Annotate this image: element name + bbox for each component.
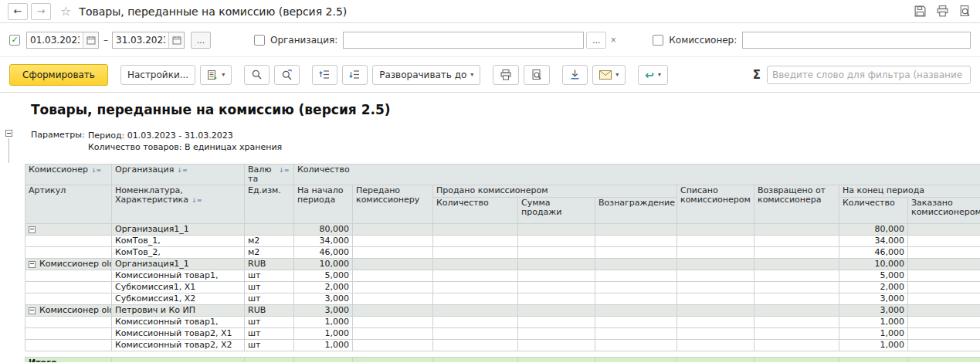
- save-button[interactable]: [912, 4, 927, 19]
- cell-end[interactable]: 1,000: [839, 317, 908, 328]
- cell-end[interactable]: 2,000: [839, 282, 908, 293]
- cell-transferred[interactable]: [353, 293, 433, 305]
- cell-unit[interactable]: шт: [245, 317, 294, 328]
- cell-returned[interactable]: [754, 236, 839, 247]
- cell-end[interactable]: 1,000: [839, 328, 908, 340]
- cell-sold_qty[interactable]: [433, 317, 518, 328]
- collapse-groups-button[interactable]: [312, 65, 337, 85]
- cell-end_ordered[interactable]: [908, 247, 980, 259]
- col-header-sold-fee[interactable]: Вознаграждение: [595, 198, 677, 224]
- col-header-sold-qty[interactable]: Количество: [433, 198, 518, 224]
- cell-komissioner[interactable]: [25, 224, 112, 236]
- cell-writeoff[interactable]: [677, 247, 754, 259]
- cell-sold_fee[interactable]: [595, 293, 677, 305]
- cell-sold_fee[interactable]: [595, 317, 677, 328]
- col-header-artikul[interactable]: Артикул: [25, 185, 112, 224]
- cell-unit[interactable]: RUB: [245, 259, 294, 270]
- cell-sold_sum[interactable]: [518, 340, 595, 351]
- print-title-button[interactable]: [934, 4, 950, 19]
- date-to-calendar-button[interactable]: [168, 32, 184, 48]
- settings-button[interactable]: Настройки...: [120, 65, 195, 85]
- cell-sold_sum[interactable]: [518, 224, 595, 236]
- cell-sold_fee[interactable]: [595, 328, 677, 340]
- cell-sold_fee[interactable]: [595, 236, 677, 247]
- cell-transferred[interactable]: [353, 305, 433, 317]
- date-from-calendar-button[interactable]: [83, 32, 98, 48]
- cell-returned[interactable]: [754, 247, 839, 259]
- cell-name[interactable]: Комиссионный товар2, Х2: [112, 340, 245, 351]
- cell-returned[interactable]: [754, 270, 839, 282]
- cell-sold_qty[interactable]: [433, 224, 518, 236]
- cell-name[interactable]: Субкомиссия1, Х2: [112, 293, 245, 305]
- cell-sold_sum[interactable]: [518, 259, 595, 270]
- cell-komissioner[interactable]: [25, 328, 112, 340]
- cell-returned[interactable]: [754, 293, 839, 305]
- cell-sold_qty[interactable]: [433, 236, 518, 247]
- favorite-star-icon[interactable]: ☆: [60, 4, 71, 19]
- cell-sold_qty[interactable]: [433, 305, 518, 317]
- col-header-end-qty[interactable]: Количество: [839, 198, 908, 224]
- cell-end_ordered[interactable]: [908, 317, 980, 328]
- cell-sold_qty[interactable]: [433, 340, 518, 351]
- cell-sold_sum[interactable]: [518, 282, 595, 293]
- cell-begin[interactable]: 34,000: [294, 236, 353, 247]
- cell-sold_qty[interactable]: [433, 270, 518, 282]
- cell-end[interactable]: 10,000: [839, 259, 908, 270]
- cell-komissioner[interactable]: Комиссионер old: [25, 305, 112, 317]
- col-header-begin[interactable]: На начало периода: [294, 185, 353, 224]
- cell-end[interactable]: 5,000: [839, 270, 908, 282]
- cell-transferred[interactable]: [353, 259, 433, 270]
- cell-writeoff[interactable]: [677, 259, 754, 270]
- cell-sold_fee[interactable]: [595, 340, 677, 351]
- cell-empty[interactable]: [353, 358, 433, 363]
- cell-name[interactable]: Комиссионный товар1,: [112, 317, 245, 328]
- cell-begin[interactable]: 1,000: [294, 340, 353, 351]
- col-header-currency[interactable]: Валюта↓≡: [245, 165, 294, 185]
- period-checkbox[interactable]: ✓: [9, 35, 20, 46]
- save-to-file-button[interactable]: [562, 65, 588, 85]
- group-row[interactable]: Организация1_180,00080,000: [25, 224, 980, 236]
- cell-end_ordered[interactable]: [908, 282, 980, 293]
- cell-name[interactable]: Петрович и Ко ИП: [112, 305, 245, 317]
- cell-end[interactable]: 3,000: [839, 305, 908, 317]
- cell-transferred[interactable]: [353, 224, 433, 236]
- find-in-report-button[interactable]: [957, 4, 972, 19]
- generate-button[interactable]: Сформировать: [9, 64, 108, 86]
- cell-empty[interactable]: [595, 358, 677, 363]
- cell-komissioner[interactable]: [25, 282, 112, 293]
- period-options-button[interactable]: ...: [191, 32, 211, 49]
- cell-begin[interactable]: 10,000: [294, 259, 353, 270]
- search-next-button[interactable]: [274, 65, 300, 85]
- cell-komissioner[interactable]: [25, 270, 112, 282]
- cell-writeoff[interactable]: [677, 282, 754, 293]
- cell-sold_sum[interactable]: [518, 270, 595, 282]
- col-header-sold-sum[interactable]: Сумма продажи: [518, 198, 595, 224]
- cell-begin[interactable]: 3,000: [294, 305, 353, 317]
- cell-sold_fee[interactable]: [595, 270, 677, 282]
- back-button[interactable]: ←: [8, 3, 28, 20]
- share-link-button[interactable]: ↩ ▾: [638, 65, 668, 85]
- organization-select-button[interactable]: ...: [586, 32, 606, 49]
- item-row[interactable]: Комиссионный товар1,шт5,0005,000: [25, 270, 980, 282]
- cell-sold_qty[interactable]: [433, 282, 518, 293]
- col-header-nomenclature[interactable]: Номенклатура, Характеристика↓≡: [112, 185, 245, 224]
- organization-checkbox[interactable]: [254, 35, 265, 46]
- cell-name[interactable]: Субкомиссия1, Х1: [112, 282, 245, 293]
- col-header-unit[interactable]: Ед.изм.: [245, 185, 294, 224]
- print-preview-button[interactable]: [524, 65, 550, 85]
- cell-begin[interactable]: 1,000: [294, 317, 353, 328]
- cell-begin[interactable]: 1,000: [294, 328, 353, 340]
- cell-end_ordered[interactable]: [908, 236, 980, 247]
- cell-sold_sum[interactable]: [518, 293, 595, 305]
- cell-empty[interactable]: [839, 358, 908, 363]
- cell-writeoff[interactable]: [677, 305, 754, 317]
- col-header-sold-group[interactable]: Продано комиссионером: [433, 185, 677, 198]
- cell-end_ordered[interactable]: [908, 259, 980, 270]
- cell-komissioner[interactable]: Комиссионер old: [25, 259, 112, 270]
- group-row[interactable]: Комиссионер oldПетрович и Ко ИПRUB3,0003…: [25, 305, 980, 317]
- cell-end_ordered[interactable]: [908, 328, 980, 340]
- cell-begin[interactable]: 5,000: [294, 270, 353, 282]
- cell-name[interactable]: КомТов_1,: [112, 236, 245, 247]
- group-row[interactable]: Комиссионер oldОрганизация1_1RUB10,00010…: [25, 259, 980, 270]
- search-button[interactable]: [244, 65, 270, 85]
